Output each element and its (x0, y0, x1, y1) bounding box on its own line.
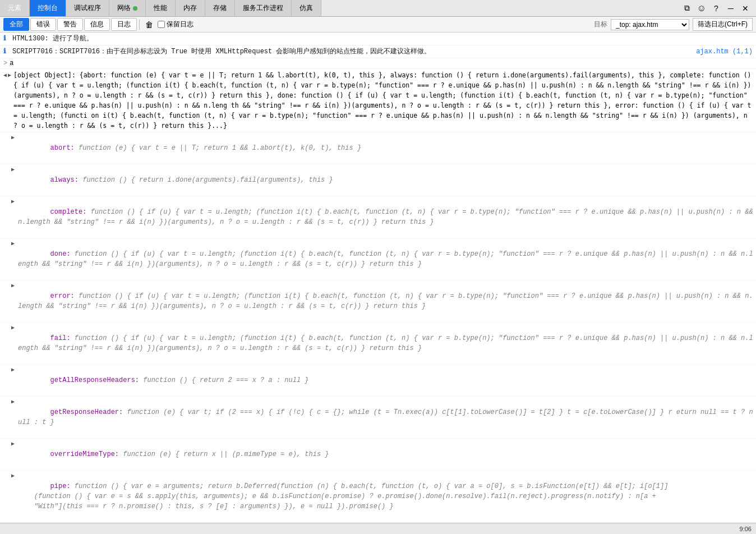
tree-content-error: error: function () { if (u) { var t = u.… (17, 281, 756, 321)
tree-row-error: ▶ error: function () { if (u) { var t = … (0, 280, 756, 323)
toggle-getResponseHeader[interactable]: ▶ (9, 397, 17, 407)
target-area: 目标 _top: ajax.htm 筛选日志(Ctrl+F) (594, 18, 753, 31)
tab-storage[interactable]: 存储 (205, 0, 235, 16)
tree-row-getAllResponseHeaders: ▶ getAllResponseHeaders: function () { r… (0, 365, 756, 397)
tree-content-fail: fail: function () { if (u) { var t = u.l… (17, 323, 756, 363)
toggle-overrideMimeType[interactable]: ▶ (9, 439, 17, 449)
keep-log-checkbox[interactable] (158, 21, 165, 28)
error-button[interactable]: 错误 (30, 18, 56, 31)
console-area[interactable]: ℹ HTML1300: 进行了导航。 ℹ SCRIPT7016：SCRIPT70… (0, 33, 756, 534)
tab-service-workers[interactable]: 服务工作进程 (235, 0, 292, 16)
network-indicator (133, 6, 137, 11)
tree-row-abort: ▶ abort: function (e) { var t = e || T; … (0, 132, 756, 164)
tree-row-fail: ▶ fail: function () { if (u) { var t = u… (0, 323, 756, 365)
keep-log-label[interactable]: 保留日志 (158, 20, 193, 29)
tree-content-abort: abort: function (e) { var t = e || T; re… (17, 133, 756, 163)
toggle-error[interactable]: ▶ (9, 281, 17, 291)
toolbar-right: ⧉ ☺ ? ─ ✕ (681, 2, 756, 15)
object-summary-text: [object Object]: {abort: function (e) { … (13, 70, 753, 131)
all-button[interactable]: 全部 (3, 18, 29, 31)
tab-network-label: 网络 (117, 3, 131, 13)
second-toolbar: 全部 错误 警告 信息 日志 🗑 保留日志 目标 _top: ajax.htm … (0, 17, 756, 33)
tab-debugger[interactable]: 调试程序 (66, 0, 109, 16)
tab-elements[interactable]: 元素 (0, 0, 30, 16)
minimize-icon[interactable]: ─ (725, 2, 737, 15)
status-bar: 9:06 (0, 523, 756, 534)
input-prompt: > (3, 59, 7, 67)
toggle-pipe[interactable]: ▶ (9, 471, 17, 481)
root-collapse-toggle[interactable]: ◀ (3, 71, 7, 81)
info-button[interactable]: 信息 (84, 18, 110, 31)
delete-button[interactable]: 🗑 (142, 19, 156, 30)
toggle-done[interactable]: ▶ (9, 239, 17, 249)
tree-content-pipe: pipe: function () { var e = arguments; r… (17, 471, 756, 522)
help-icon[interactable]: ? (710, 2, 722, 15)
tree-row-complete: ▶ complete: function () { if (u) { var t… (0, 196, 756, 238)
toggle-always[interactable]: ▶ (9, 165, 17, 175)
info-message-1: ℹ HTML1300: 进行了导航。 (0, 33, 756, 45)
close-icon[interactable]: ✕ (739, 2, 752, 15)
tab-performance[interactable]: 性能 (146, 0, 176, 16)
tree-content-always: always: function () { return i.done(argu… (17, 165, 756, 195)
keep-log-text: 保留日志 (167, 20, 193, 29)
tree-content-getResponseHeader: getResponseHeader: function (e) { var t;… (17, 397, 756, 438)
tree-row-done: ▶ done: function () { if (u) { var t = u… (0, 238, 756, 280)
tree-content-complete: complete: function () { if (u) { var t =… (17, 197, 756, 237)
tree-content-overrideMimeType: overrideMimeType: function (e) { return … (17, 439, 756, 469)
tree-row-overrideMimeType: ▶ overrideMimeType: function (e) { retur… (0, 439, 756, 471)
input-line: > a (0, 58, 756, 69)
tree-row-pipe: ▶ pipe: function () { var e = arguments;… (0, 471, 756, 523)
tree-container: ▶ abort: function (e) { var t = e || T; … (0, 132, 756, 534)
target-label: 目标 (594, 20, 607, 29)
toggle-complete[interactable]: ▶ (9, 197, 17, 207)
object-root-row: ◀ ▶ [object Object]: {abort: function (e… (0, 69, 756, 132)
input-value: a (10, 59, 13, 67)
tab-memory[interactable]: 内存 (176, 0, 205, 16)
tree-row-getResponseHeader: ▶ getResponseHeader: function (e) { var … (0, 397, 756, 439)
log-button[interactable]: 日志 (111, 18, 137, 31)
warning-button[interactable]: 警告 (57, 18, 83, 31)
separator-1 (139, 20, 140, 30)
info-icon-1: ℹ (3, 34, 6, 44)
smiley-icon[interactable]: ☺ (695, 2, 708, 15)
filter-button[interactable]: 筛选日志(Ctrl+F) (693, 18, 753, 31)
target-select[interactable]: _top: ajax.htm (611, 19, 689, 30)
info-icon-2: ℹ (3, 47, 6, 57)
tab-network[interactable]: 网络 (109, 0, 146, 16)
root-expand-toggle[interactable]: ▶ (8, 71, 11, 81)
tree-row-always: ▶ always: function () { return i.done(ar… (0, 164, 756, 196)
tab-console[interactable]: 控制台 (30, 0, 66, 16)
file-link[interactable]: ajax.htm (1,1) (696, 47, 753, 57)
maximize-icon[interactable]: ⧉ (681, 2, 693, 15)
status-time: 9:06 (740, 526, 752, 532)
toggle-fail[interactable]: ▶ (9, 323, 17, 333)
toggle-abort[interactable]: ▶ (9, 133, 17, 143)
top-toolbar: 元素 控制台 调试程序 网络 性能 内存 存储 服务工作进程 仿真 ⧉ ☺ ? … (0, 0, 756, 17)
info-text-2: SCRIPT7016：SCRIPT7016：由于在同步标志设为 True 时使用… (12, 48, 431, 56)
info-text-1: HTML1300: 进行了导航。 (12, 35, 93, 43)
tree-content-done: done: function () { if (u) { var t = u.l… (17, 239, 756, 279)
tab-emulation[interactable]: 仿真 (292, 0, 321, 16)
toggle-getAllResponseHeaders[interactable]: ▶ (9, 365, 17, 375)
info-message-2: ℹ SCRIPT7016：SCRIPT7016：由于在同步标志设为 True 时… (0, 45, 756, 58)
tree-content-getAllResponseHeaders: getAllResponseHeaders: function () { ret… (17, 365, 756, 395)
